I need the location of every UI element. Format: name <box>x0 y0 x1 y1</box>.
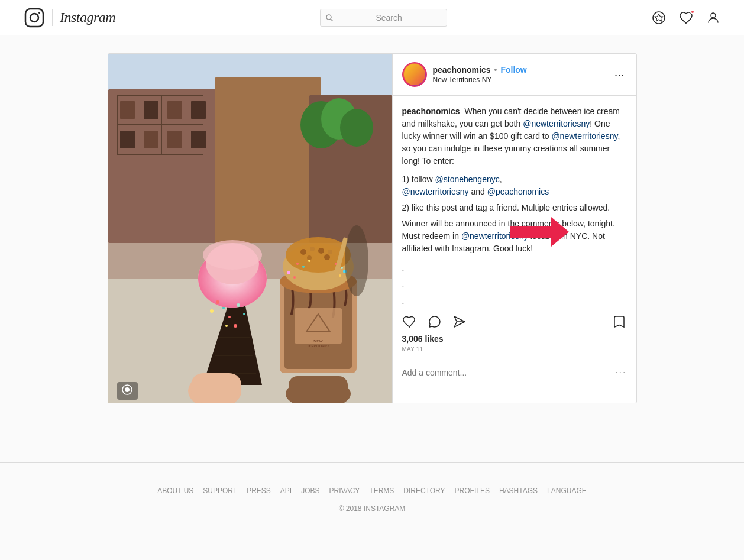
caption-dots: ..... <box>402 260 627 309</box>
caption-link-1[interactable]: @newterritoriesny <box>523 119 590 128</box>
add-comment-row: ··· <box>393 362 636 383</box>
search-area <box>320 9 447 27</box>
search-wrapper <box>320 9 447 27</box>
svg-rect-11 <box>215 77 321 243</box>
post-header: peachonomics • Follow New Territories NY… <box>393 54 636 96</box>
header-right <box>652 11 720 25</box>
svg-text:TERRITORIES: TERRITORIES <box>306 344 329 348</box>
svg-point-1 <box>30 14 38 22</box>
svg-rect-17 <box>120 131 135 148</box>
svg-point-63 <box>302 266 305 268</box>
svg-point-62 <box>296 263 299 265</box>
dot-separator: • <box>494 65 497 75</box>
post-right-panel: peachonomics • Follow New Territories NY… <box>392 54 636 403</box>
post-image-area: NEW TERRITORIES <box>108 54 392 403</box>
svg-point-42 <box>243 313 245 315</box>
main-content: NEW TERRITORIES <box>96 35 649 439</box>
svg-point-71 <box>339 274 341 277</box>
instagram-camera-icon <box>24 7 45 28</box>
svg-rect-18 <box>144 131 158 148</box>
activity-icon[interactable] <box>679 11 693 25</box>
footer-links: ABOUT US SUPPORT PRESS API JOBS PRIVACY … <box>12 487 732 495</box>
search-input[interactable] <box>320 9 447 27</box>
svg-rect-19 <box>167 131 182 148</box>
svg-point-2 <box>38 12 40 14</box>
svg-point-28 <box>340 109 373 147</box>
post-username[interactable]: peachonomics <box>433 65 491 75</box>
svg-point-7 <box>711 13 716 18</box>
search-icon <box>326 14 333 22</box>
svg-rect-14 <box>144 101 158 119</box>
footer-link-hashtags[interactable]: HASHTAGS <box>499 487 538 495</box>
svg-point-56 <box>300 249 306 255</box>
footer-link-press[interactable]: PRESS <box>247 487 271 495</box>
svg-point-37 <box>216 300 219 304</box>
footer-link-language[interactable]: LANGUAGE <box>547 487 587 495</box>
header-divider <box>52 9 53 26</box>
svg-point-59 <box>328 250 332 254</box>
post-user-info: peachonomics • Follow New Territories NY <box>433 65 606 84</box>
post-likes-count: 3,006 likes <box>402 334 627 344</box>
notification-dot <box>690 9 695 14</box>
svg-point-79 <box>125 387 130 392</box>
post-card: NEW TERRITORIES <box>108 53 637 403</box>
svg-marker-6 <box>655 14 663 21</box>
bookmark-button[interactable] <box>612 314 627 329</box>
comment-button[interactable] <box>427 314 442 329</box>
profile-icon[interactable] <box>706 11 720 25</box>
footer-link-support[interactable]: SUPPORT <box>203 487 237 495</box>
svg-line-4 <box>331 20 333 21</box>
post-actions: 3,006 likes MAY 11 <box>393 309 636 362</box>
svg-text:NEW: NEW <box>313 339 323 344</box>
follow-button[interactable]: Follow <box>500 65 526 75</box>
post-options-button[interactable]: ··· <box>612 68 627 82</box>
svg-point-68 <box>287 271 290 274</box>
caption-entry-2: 2) like this post and tag a friend. Mult… <box>402 202 627 214</box>
instagram-wordmark: Instagram <box>60 9 115 25</box>
caption-winner-text: Winner will be announced in the comments… <box>402 218 627 255</box>
svg-point-64 <box>308 260 310 262</box>
footer-link-about[interactable]: ABOUT US <box>157 487 193 495</box>
svg-point-41 <box>237 303 240 307</box>
svg-point-3 <box>326 15 331 20</box>
footer-link-api[interactable]: API <box>280 487 292 495</box>
caption-author: peachonomics <box>402 106 460 116</box>
footer-link-terms[interactable]: TERMS <box>369 487 394 495</box>
svg-rect-0 <box>25 9 43 27</box>
svg-point-57 <box>310 247 315 251</box>
caption-entry-1: 1) follow @stonehengenyc, @newterritorie… <box>402 173 627 198</box>
svg-rect-75 <box>289 376 348 403</box>
svg-point-61 <box>324 254 330 260</box>
svg-point-76 <box>345 225 368 296</box>
svg-point-40 <box>228 316 231 318</box>
comment-options-button[interactable]: ··· <box>615 367 626 378</box>
footer-link-profiles[interactable]: PROFILES <box>455 487 490 495</box>
svg-point-60 <box>307 255 312 260</box>
svg-point-44 <box>225 325 228 327</box>
caption-link-2[interactable]: @newterritoriesny <box>551 131 617 141</box>
like-button[interactable] <box>402 314 418 329</box>
footer-link-privacy[interactable]: PRIVACY <box>329 487 360 495</box>
svg-point-39 <box>210 309 214 313</box>
svg-rect-20 <box>191 131 206 148</box>
footer: ABOUT US SUPPORT PRESS API JOBS PRIVACY … <box>0 462 744 536</box>
post-caption-text: peachonomics When you can't decide betwe… <box>402 105 627 167</box>
share-button[interactable] <box>452 314 467 329</box>
post-action-icons <box>402 314 627 329</box>
svg-point-43 <box>234 324 237 328</box>
svg-point-38 <box>222 307 225 309</box>
add-comment-input[interactable] <box>402 368 616 377</box>
user-avatar[interactable] <box>402 62 427 87</box>
svg-rect-73 <box>191 373 241 403</box>
header-left: Instagram <box>24 7 115 28</box>
svg-rect-16 <box>191 101 206 119</box>
post-date: MAY 11 <box>402 346 627 352</box>
svg-point-66 <box>341 267 343 269</box>
footer-link-directory[interactable]: DIRECTORY <box>403 487 445 495</box>
post-location: New Territories NY <box>433 76 606 84</box>
footer-link-jobs[interactable]: JOBS <box>301 487 319 495</box>
header: Instagram <box>0 0 744 35</box>
post-caption-area[interactable]: peachonomics When you can't decide betwe… <box>393 96 636 309</box>
explore-icon[interactable] <box>652 11 666 25</box>
svg-rect-13 <box>120 101 135 119</box>
